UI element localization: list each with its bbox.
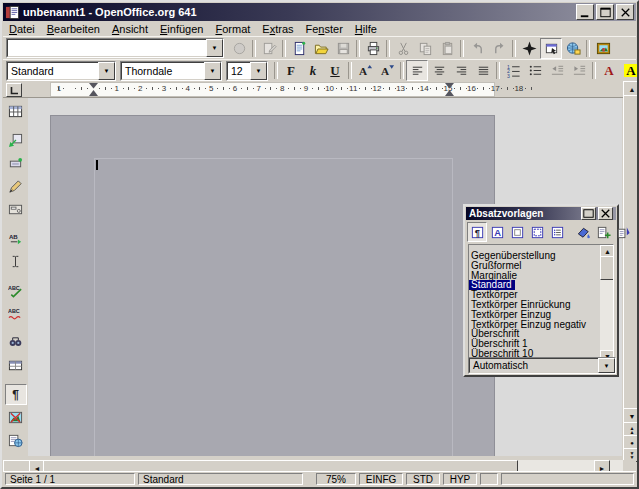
menu-fenster[interactable]: Fenster	[300, 22, 349, 36]
style-filter-combo[interactable]: Automatisch ▼	[468, 357, 614, 372]
style-list-row[interactable]: Textkörper Einrückung	[469, 294, 613, 304]
font-name-combo[interactable]: Thorndale▼	[120, 61, 222, 81]
menu-bearbeiten[interactable]: Bearbeiten	[41, 22, 106, 36]
stop-button[interactable]	[228, 38, 250, 59]
style-list-row[interactable]: Gegenüberstellung	[469, 245, 613, 255]
align-justify-button[interactable]	[472, 60, 494, 81]
menu-extras[interactable]: Extras	[256, 22, 299, 36]
find-replace-button[interactable]	[5, 332, 27, 353]
font-reduce-button[interactable]: A	[376, 60, 398, 81]
font-color-button[interactable]: A	[598, 60, 620, 81]
align-center-button[interactable]	[428, 60, 450, 81]
edit-file-button[interactable]	[258, 38, 280, 59]
align-right-button[interactable]	[450, 60, 472, 81]
dropdown-arrow-icon[interactable]: ▼	[206, 39, 223, 57]
close-button[interactable]	[616, 4, 634, 20]
numbering-button[interactable]: 123	[502, 60, 524, 81]
style-filter-value[interactable]: Automatisch	[469, 358, 598, 373]
dropdown-arrow-icon[interactable]: ▼	[98, 62, 115, 80]
stylist-window[interactable]: Absatzvorlagen ¶A GegenüberstellungGrußf…	[463, 204, 619, 377]
stylist-button[interactable]	[540, 38, 562, 59]
menu-datei[interactable]: Datei	[3, 22, 41, 36]
numbering-styles-button[interactable]	[547, 222, 567, 242]
vertical-scroll-thumb[interactable]	[623, 95, 639, 410]
font-name-combo-value[interactable]: Thorndale	[121, 62, 204, 80]
style-list-row[interactable]: Überschrift 10	[469, 343, 613, 353]
frame-styles-button[interactable]	[507, 222, 527, 242]
cut-button[interactable]	[392, 38, 414, 59]
status-insert-mode[interactable]: EINFG	[359, 473, 403, 485]
url-combo-value[interactable]	[7, 39, 206, 57]
highlighting-button[interactable]: A	[620, 60, 639, 81]
print-button[interactable]	[362, 38, 384, 59]
style-list-row[interactable]: Textkörper Einzug	[469, 304, 613, 314]
update-style-button[interactable]	[613, 222, 633, 242]
paragraph-styles-button[interactable]: ¶	[467, 222, 487, 242]
new-document-button[interactable]	[288, 38, 310, 59]
status-zoom[interactable]: 75%	[316, 473, 356, 485]
open-button[interactable]	[310, 38, 332, 59]
redo-button[interactable]	[488, 38, 510, 59]
character-styles-button[interactable]: A	[487, 222, 507, 242]
dock-button[interactable]	[581, 207, 596, 220]
draw-functions-button[interactable]	[5, 176, 27, 197]
status-style[interactable]: Standard	[138, 473, 303, 485]
data-sources-button[interactable]	[5, 355, 27, 376]
bold-button[interactable]: F	[280, 60, 302, 81]
page-styles-button[interactable]	[527, 222, 547, 242]
font-size-combo-value[interactable]: 12	[227, 62, 250, 80]
dropdown-arrow-icon[interactable]: ▼	[204, 62, 221, 80]
status-page[interactable]: Seite 1 / 1	[5, 473, 135, 485]
style-list-scrollbar[interactable]: ▲ ▼	[600, 245, 613, 363]
italic-button[interactable]: k	[302, 60, 324, 81]
status-selection-mode[interactable]: STD	[406, 473, 440, 485]
auto-spellcheck-button[interactable]: ABC	[5, 303, 27, 324]
nonprinting-chars-button[interactable]: ¶	[5, 384, 27, 405]
autotext-button[interactable]: AB	[5, 228, 27, 249]
insert-fields-button[interactable]	[5, 153, 27, 174]
graphics-toggle-button[interactable]	[5, 407, 27, 428]
underline-button[interactable]: U	[324, 60, 346, 81]
menu-format[interactable]: Format	[209, 22, 256, 36]
menu-hilfe[interactable]: Hilfe	[349, 22, 383, 36]
paragraph-style-combo-value[interactable]: Standard	[7, 62, 98, 80]
document-page[interactable]	[50, 115, 495, 456]
indent-decrease-button[interactable]	[546, 60, 568, 81]
stylist-title-bar[interactable]: Absatzvorlagen	[466, 207, 616, 220]
horizontal-ruler[interactable]: 1123456789101112131415161718	[28, 81, 623, 96]
paragraph-style-combo[interactable]: Standard▼	[6, 61, 116, 81]
menu-ansicht[interactable]: Ansicht	[106, 22, 154, 36]
list-scroll-thumb[interactable]	[600, 256, 614, 280]
tab-stop-selector[interactable]	[6, 83, 22, 97]
style-list[interactable]: GegenüberstellungGrußformelMarginalieSta…	[468, 244, 614, 364]
style-list-row[interactable]: Textkörper Einzug negativ	[469, 314, 613, 324]
insert-button[interactable]	[5, 130, 27, 151]
font-size-combo[interactable]: 12▼	[226, 61, 268, 81]
bullets-button[interactable]	[524, 60, 546, 81]
close-button[interactable]	[598, 207, 613, 220]
fill-format-button[interactable]	[573, 222, 593, 242]
align-left-button[interactable]	[406, 60, 428, 81]
gallery-button[interactable]	[592, 38, 614, 59]
new-style-button[interactable]	[593, 222, 613, 242]
navigator-button[interactable]	[518, 38, 540, 59]
dropdown-arrow-icon[interactable]: ▼	[250, 62, 267, 80]
direct-cursor-button[interactable]	[5, 251, 27, 272]
menu-einfgen[interactable]: Einfügen	[154, 22, 209, 36]
title-bar[interactable]: unbenannt1 - OpenOffice.org 641	[3, 3, 636, 21]
style-list-row[interactable]: Marginalie	[469, 265, 613, 275]
style-list-row[interactable]: Textkörper	[469, 284, 613, 294]
save-button[interactable]	[332, 38, 354, 59]
indent-increase-button[interactable]	[568, 60, 590, 81]
style-list-row[interactable]: Standard	[469, 274, 613, 284]
status-hyperlink-mode[interactable]: HYP	[443, 473, 477, 485]
undo-button[interactable]	[466, 38, 488, 59]
hyperlink-button[interactable]	[562, 38, 584, 59]
insert-table-button[interactable]	[5, 101, 27, 122]
paste-button[interactable]	[436, 38, 458, 59]
font-increase-button[interactable]: A	[354, 60, 376, 81]
dropdown-arrow-icon[interactable]: ▼	[598, 358, 615, 373]
vertical-scrollbar[interactable]: ▲ ▼ ▲▲ ● ▼▼	[623, 81, 639, 460]
online-layout-button[interactable]	[5, 430, 27, 451]
spellcheck-button[interactable]: ABC	[5, 280, 27, 301]
